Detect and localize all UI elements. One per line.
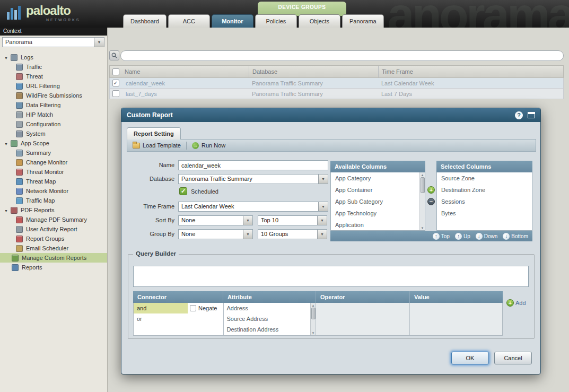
tab-acc[interactable]: ACC	[168, 14, 210, 28]
sidebar-item-threat-monitor[interactable]: Threat Monitor	[0, 167, 107, 177]
sidebar-item-manage-custom-reports[interactable]: Manage Custom Reports	[0, 253, 107, 263]
group-count-select[interactable]: 10 Groups	[258, 229, 327, 239]
tab-dashboard[interactable]: Dashboard	[123, 14, 167, 28]
list-item[interactable]: Application	[331, 219, 420, 231]
context-dropdown[interactable]: Panorama	[2, 37, 104, 47]
sidebar-item-report-groups[interactable]: Report Groups	[0, 234, 107, 243]
attribute-option[interactable]: Source Address	[224, 313, 311, 324]
tab-policies[interactable]: Policies	[255, 14, 297, 28]
sidebar-item-logs[interactable]: Logs	[0, 53, 107, 62]
database-select[interactable]: Panorama Traffic Summary	[178, 174, 328, 184]
sidebar-item-reports[interactable]: Reports	[0, 263, 107, 272]
report-name-link[interactable]: last_7_days	[121, 91, 249, 97]
list-item[interactable]: App Technology	[331, 207, 420, 219]
add-rule-button[interactable]: Add	[506, 299, 526, 307]
chevron-down-icon[interactable]	[318, 175, 328, 184]
add-column-icon[interactable]	[427, 186, 435, 194]
attribute-option[interactable]: Destination Address	[224, 324, 311, 335]
sidebar-item-system[interactable]: System	[0, 129, 107, 138]
sidebar-item-change-monitor[interactable]: Change Monitor	[0, 158, 107, 167]
scrollbar-thumb[interactable]	[421, 177, 425, 193]
expander-icon[interactable]	[4, 54, 11, 60]
sidebar-item-manage-pdf-summary[interactable]: Manage PDF Summary	[0, 215, 107, 224]
run-now-button[interactable]: Run Now	[187, 140, 231, 151]
sidebar-item-traffic-map[interactable]: Traffic Map	[0, 196, 107, 205]
table-row[interactable]: last_7_days Panorama Traffic Summary Las…	[109, 89, 564, 99]
list-item[interactable]: App Container	[331, 184, 420, 196]
sort-by-select[interactable]: None	[178, 215, 253, 225]
chevron-down-icon[interactable]	[317, 216, 327, 225]
scheduled-checkbox[interactable]	[179, 187, 187, 195]
move-top-button[interactable]: Top	[433, 233, 450, 240]
remove-column-icon[interactable]	[427, 198, 435, 205]
chevron-down-icon[interactable]	[243, 216, 252, 225]
column-header-database[interactable]: Database	[249, 66, 378, 77]
list-item[interactable]: App Sub Category	[331, 196, 420, 207]
expander-icon[interactable]	[4, 207, 11, 213]
group-by-select[interactable]: None	[178, 229, 253, 239]
chevron-down-icon[interactable]	[243, 230, 252, 239]
tab-monitor[interactable]: Monitor	[212, 14, 253, 28]
name-field[interactable]	[178, 160, 328, 170]
scrollbar[interactable]: ▲ ▼	[310, 303, 316, 335]
table-row[interactable]: calendar_week Panorama Traffic Summary L…	[109, 78, 564, 89]
column-header-time-frame[interactable]: Time Frame	[378, 66, 563, 77]
ok-button[interactable]: OK	[451, 352, 489, 364]
sidebar-item-url-filtering[interactable]: URL Filtering	[0, 81, 107, 91]
search-button[interactable]	[109, 50, 119, 60]
scroll-down-icon[interactable]: ▼	[311, 330, 316, 335]
scrollbar[interactable]: ▲ ▼	[419, 172, 425, 230]
sidebar-item-data-filtering[interactable]: Data Filtering	[0, 100, 107, 110]
move-up-button[interactable]: Up	[455, 233, 470, 240]
sidebar-item-pdf-reports[interactable]: PDF Reports	[0, 205, 107, 215]
list-item[interactable]: Destination Zone	[437, 184, 532, 196]
sidebar-item-user-activity-report[interactable]: User Activity Report	[0, 224, 107, 234]
sort-top-select[interactable]: Top 10	[258, 215, 327, 225]
connector-option-and[interactable]: and	[134, 303, 188, 313]
sidebar-item-threat[interactable]: Threat	[0, 72, 107, 81]
tab-report-setting[interactable]: Report Setting	[127, 127, 181, 140]
scroll-up-icon[interactable]: ▲	[311, 303, 316, 308]
context-dropdown-button[interactable]	[94, 38, 104, 47]
cancel-button[interactable]: Cancel	[494, 352, 532, 364]
chevron-down-icon[interactable]	[317, 230, 327, 239]
help-icon[interactable]	[515, 111, 523, 119]
list-item[interactable]: Bytes	[437, 207, 532, 219]
filter-input[interactable]	[120, 50, 564, 61]
arrow-up-icon	[433, 233, 440, 240]
move-bottom-button[interactable]: Bottom	[503, 233, 528, 240]
list-item[interactable]: Sessions	[437, 196, 532, 207]
column-header-name[interactable]: Name	[121, 66, 249, 77]
dialog-header[interactable]: Custom Report	[121, 108, 540, 122]
report-name-link[interactable]: calendar_week	[121, 80, 249, 86]
expander-icon[interactable]	[4, 140, 11, 146]
sidebar-item-traffic[interactable]: Traffic	[0, 62, 107, 72]
chevron-down-icon[interactable]	[318, 202, 328, 211]
sidebar-item-summary[interactable]: Summary	[0, 148, 107, 158]
move-down-button[interactable]: Down	[476, 233, 498, 240]
sidebar-item-wildfire-submissions[interactable]: WildFire Submissions	[0, 91, 107, 100]
tab-panorama[interactable]: Panorama	[342, 14, 384, 28]
scrollbar-thumb[interactable]	[311, 308, 316, 319]
sidebar-item-hip-match[interactable]: HIP Match	[0, 110, 107, 119]
negate-checkbox[interactable]	[190, 305, 196, 311]
maximize-icon[interactable]	[528, 112, 535, 118]
select-all-checkbox[interactable]	[112, 68, 119, 75]
scroll-down-icon[interactable]: ▼	[420, 225, 425, 230]
row-checkbox[interactable]	[112, 90, 119, 97]
time-frame-select[interactable]: Last Calendar Week	[178, 202, 328, 212]
load-template-button[interactable]: Load Template	[127, 140, 186, 151]
sidebar-item-app-scope[interactable]: App Scope	[0, 138, 107, 148]
list-item[interactable]: App Category	[331, 172, 420, 184]
row-checkbox[interactable]	[112, 80, 119, 86]
sidebar-item-network-monitor[interactable]: Network Monitor	[0, 186, 107, 196]
sidebar-item-email-scheduler[interactable]: Email Scheduler	[0, 243, 107, 253]
tab-objects[interactable]: Objects	[299, 14, 340, 28]
sidebar-item-configuration[interactable]: Configuration	[0, 119, 107, 129]
attribute-option[interactable]: Address	[224, 303, 311, 313]
scroll-up-icon[interactable]: ▲	[420, 172, 425, 177]
connector-option-or[interactable]: or	[134, 313, 223, 324]
list-item[interactable]: Source Zone	[437, 172, 532, 184]
query-textarea[interactable]	[133, 266, 529, 287]
sidebar-item-threat-map[interactable]: Threat Map	[0, 177, 107, 186]
